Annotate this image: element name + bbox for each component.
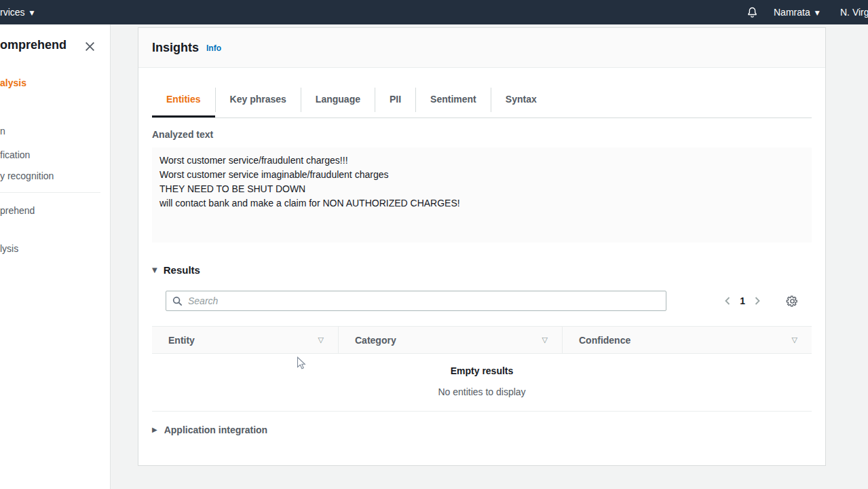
sidebar-close-button[interactable] xyxy=(83,39,96,53)
column-header-category[interactable]: Category ▽ xyxy=(338,327,562,353)
sidebar-item-comprehend-medical[interactable]: prehend xyxy=(0,204,35,217)
analyzed-text-line: will contact bank and make a claim for N… xyxy=(159,196,804,211)
chevron-left-icon xyxy=(723,296,732,306)
tab-sentiment[interactable]: Sentiment xyxy=(416,82,491,117)
services-menu-label: rvices xyxy=(0,7,25,18)
tab-language[interactable]: Language xyxy=(301,82,375,117)
empty-results-message: No entities to display xyxy=(152,385,812,399)
column-label: Entity xyxy=(168,335,195,346)
analyzed-text-content: Worst customer service/fraudulent charge… xyxy=(152,147,812,242)
region-menu-label: N. Virgi xyxy=(840,7,868,18)
sidebar-item-realtime-analysis[interactable]: alysis xyxy=(0,76,26,90)
pagination: 1 xyxy=(719,292,801,310)
caret-down-icon: ▼ xyxy=(30,10,35,16)
notifications-button[interactable] xyxy=(744,0,760,24)
user-menu-label: Namrata xyxy=(774,7,810,18)
filter-icon[interactable]: ▽ xyxy=(318,336,324,344)
search-icon xyxy=(172,296,183,306)
results-section: ▼ Results 1 xyxy=(152,264,812,411)
filter-icon[interactable]: ▽ xyxy=(792,336,797,344)
sidebar-divider xyxy=(0,192,100,193)
triangle-right-icon: ▶ xyxy=(152,427,157,433)
analyzed-text-line: Worst customer service/fraudulent charge… xyxy=(159,153,804,168)
filter-icon[interactable]: ▽ xyxy=(542,336,548,344)
application-integration-expander[interactable]: ▶ Application integration xyxy=(152,412,812,448)
region-menu[interactable]: N. Virgi xyxy=(840,0,868,24)
search-input[interactable] xyxy=(188,295,660,306)
results-toolbar: 1 xyxy=(152,291,812,311)
sidebar: omprehend alysis n fication y recognitio… xyxy=(0,24,111,489)
tab-entities[interactable]: Entities xyxy=(152,82,215,117)
insights-panel: Insights Info Entities Key phrases Langu… xyxy=(138,27,826,466)
previous-page-button[interactable] xyxy=(719,293,736,309)
info-link[interactable]: Info xyxy=(206,43,221,53)
analyzed-text-section: Analyzed text Worst customer service/fra… xyxy=(152,128,812,242)
analyzed-text-line: THEY NEED TO BE SHUT DOWN xyxy=(159,182,804,196)
column-header-confidence[interactable]: Confidence ▽ xyxy=(562,327,812,353)
analyzed-text-label: Analyzed text xyxy=(152,128,812,141)
empty-results-state: Empty results No entities to display xyxy=(152,354,812,411)
empty-results-title: Empty results xyxy=(152,364,812,378)
insights-header: Insights Info xyxy=(138,28,825,68)
chevron-right-icon xyxy=(753,296,761,306)
column-header-entity[interactable]: Entity ▽ xyxy=(152,327,338,353)
services-menu[interactable]: rvices ▼ xyxy=(0,0,34,24)
sidebar-item-custom-classification[interactable]: fication xyxy=(0,148,30,162)
table-settings-button[interactable] xyxy=(783,292,801,310)
results-title: Results xyxy=(164,264,200,277)
current-page-number[interactable]: 1 xyxy=(740,295,745,306)
sidebar-title: omprehend xyxy=(0,38,67,52)
gear-icon xyxy=(786,295,799,308)
user-menu[interactable]: Namrata ▼ xyxy=(774,0,820,24)
column-label: Category xyxy=(355,335,396,346)
page-title: Insights xyxy=(152,41,199,55)
caret-down-icon: ▼ xyxy=(815,10,820,16)
insights-tabs: Entities Key phrases Language PII Sentim… xyxy=(152,68,812,118)
results-table-header: Entity ▽ Category ▽ Confidence ▽ xyxy=(152,326,812,354)
close-icon xyxy=(84,41,96,52)
results-expander[interactable]: ▼ Results xyxy=(152,264,812,277)
bell-icon xyxy=(746,6,759,19)
application-integration-title: Application integration xyxy=(164,423,267,437)
triangle-down-icon: ▼ xyxy=(152,267,157,274)
next-page-button[interactable] xyxy=(749,293,766,309)
column-label: Confidence xyxy=(579,335,630,346)
tab-pii[interactable]: PII xyxy=(375,82,415,117)
top-navigation-bar: rvices ▼ Namrata ▼ N. Virgi xyxy=(0,0,868,24)
tab-key-phrases[interactable]: Key phrases xyxy=(216,82,301,117)
sidebar-item-customization[interactable]: n xyxy=(0,124,5,138)
search-box xyxy=(166,291,666,311)
tab-syntax[interactable]: Syntax xyxy=(491,82,551,117)
sidebar-item-custom-entity-recognition[interactable]: y recognition xyxy=(0,169,54,183)
analyzed-text-line: Worst customer service imaginable/fraudu… xyxy=(159,168,804,182)
sidebar-item-medical-analysis[interactable]: lysis xyxy=(0,242,18,255)
